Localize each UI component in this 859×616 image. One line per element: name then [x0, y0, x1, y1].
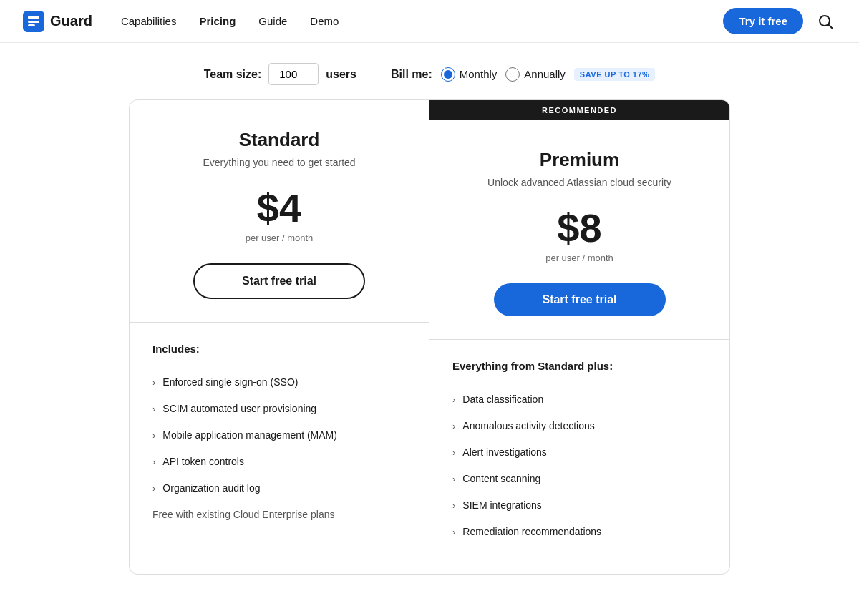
feature-label: Content scanning [462, 473, 540, 484]
svg-rect-3 [28, 24, 35, 26]
standard-title: Standard [158, 129, 400, 151]
standard-subtitle: Everything you need to get started [158, 157, 400, 168]
feature-label: Data classification [462, 393, 543, 405]
standard-free-note: Free with existing Cloud Enterprise plan… [152, 502, 406, 527]
pricing-grid: Standard Everything you need to get star… [129, 99, 730, 575]
premium-feature-4[interactable]: › Content scanning [452, 466, 707, 492]
nav-guide[interactable]: Guide [258, 15, 287, 27]
monthly-radio[interactable] [441, 67, 455, 82]
try-it-free-button[interactable]: Try it free [723, 8, 803, 34]
premium-features: Everything from Standard plus: › Data cl… [430, 340, 729, 574]
premium-feature-1[interactable]: › Data classification [452, 386, 707, 413]
nav-pricing[interactable]: Pricing [199, 15, 236, 27]
standard-card: Standard Everything you need to get star… [130, 100, 430, 574]
monthly-label: Monthly [460, 68, 498, 80]
feature-label: Alert investigations [462, 446, 547, 458]
standard-card-top: Standard Everything you need to get star… [130, 100, 429, 323]
chevron-icon: › [452, 500, 455, 511]
navbar: Guard Capabilities Pricing Guide Demo Tr… [0, 0, 859, 43]
standard-price: $4 [158, 188, 400, 228]
team-size-unit: users [326, 68, 356, 81]
chevron-icon: › [152, 377, 155, 388]
search-icon [817, 14, 833, 29]
premium-card: RECOMMENDED Premium Unlock advanced Atla… [430, 100, 729, 574]
standard-cta-button[interactable]: Start free trial [193, 263, 365, 299]
chevron-icon: › [152, 430, 155, 441]
premium-features-heading: Everything from Standard plus: [452, 360, 707, 372]
standard-feature-4[interactable]: › API token controls [152, 449, 406, 475]
premium-price-note: per user / month [458, 253, 701, 263]
premium-feature-6[interactable]: › Remediation recommendations [452, 519, 707, 545]
annually-option[interactable]: Annually [505, 67, 566, 82]
chevron-icon: › [452, 394, 455, 405]
feature-label: Anomalous activity detections [462, 420, 594, 431]
feature-label: SIEM integrations [462, 499, 542, 511]
team-size-input[interactable] [268, 63, 319, 85]
premium-feature-3[interactable]: › Alert investigations [452, 439, 707, 466]
chevron-icon: › [152, 404, 155, 414]
standard-features-heading: Includes: [152, 343, 406, 355]
premium-title: Premium [458, 149, 701, 171]
save-badge: SAVE UP TO 17% [574, 68, 655, 81]
nav-capabilities[interactable]: Capabilities [121, 15, 177, 27]
billing-toggle-group: Bill me: Monthly Annually SAVE UP TO 17% [391, 67, 655, 82]
svg-rect-1 [28, 16, 39, 19]
nav-links: Capabilities Pricing Guide Demo [121, 15, 724, 27]
monthly-option[interactable]: Monthly [441, 67, 498, 82]
svg-line-5 [829, 24, 833, 29]
standard-features: Includes: › Enforced single sign-on (SSO… [130, 323, 429, 556]
logo-text: Guard [50, 13, 92, 29]
premium-feature-2[interactable]: › Anomalous activity detections [452, 413, 707, 439]
chevron-icon: › [452, 447, 455, 458]
svg-rect-2 [28, 21, 39, 23]
standard-feature-3[interactable]: › Mobile application management (MAM) [152, 422, 406, 449]
premium-cta-button[interactable]: Start free trial [494, 283, 666, 316]
team-size-label: Team size: [204, 68, 262, 81]
standard-feature-2[interactable]: › SCIM automated user provisioning [152, 396, 406, 422]
standard-feature-1[interactable]: › Enforced single sign-on (SSO) [152, 369, 406, 396]
guard-logo-icon [23, 11, 44, 32]
pricing-container: Standard Everything you need to get star… [0, 99, 859, 603]
feature-label: SCIM automated user provisioning [162, 403, 316, 414]
feature-label: API token controls [162, 456, 244, 467]
premium-card-top: Premium Unlock advanced Atlassian cloud … [430, 120, 729, 340]
feature-label: Organization audit log [162, 482, 260, 494]
chevron-icon: › [452, 474, 455, 484]
logo: Guard [23, 11, 92, 32]
premium-subtitle: Unlock advanced Atlassian cloud security [458, 177, 701, 188]
team-size-group: Team size: users [204, 63, 356, 85]
feature-label: Remediation recommendations [462, 526, 601, 537]
feature-label: Mobile application management (MAM) [162, 429, 337, 441]
recommended-banner: RECOMMENDED [430, 100, 729, 120]
search-button[interactable] [815, 11, 836, 32]
billing-controls: Team size: users Bill me: Monthly Annual… [0, 43, 859, 99]
bill-me-label: Bill me: [391, 68, 432, 81]
nav-demo[interactable]: Demo [310, 15, 339, 27]
chevron-icon: › [152, 483, 155, 494]
annually-radio[interactable] [505, 67, 520, 82]
annually-label: Annually [524, 68, 566, 80]
standard-feature-5[interactable]: › Organization audit log [152, 475, 406, 502]
feature-label: Enforced single sign-on (SSO) [162, 376, 298, 388]
chevron-icon: › [152, 456, 155, 467]
chevron-icon: › [452, 421, 455, 431]
premium-feature-5[interactable]: › SIEM integrations [452, 492, 707, 519]
chevron-icon: › [452, 527, 455, 537]
standard-price-note: per user / month [158, 233, 400, 243]
premium-price: $8 [458, 208, 701, 248]
nav-actions: Try it free [723, 8, 836, 34]
